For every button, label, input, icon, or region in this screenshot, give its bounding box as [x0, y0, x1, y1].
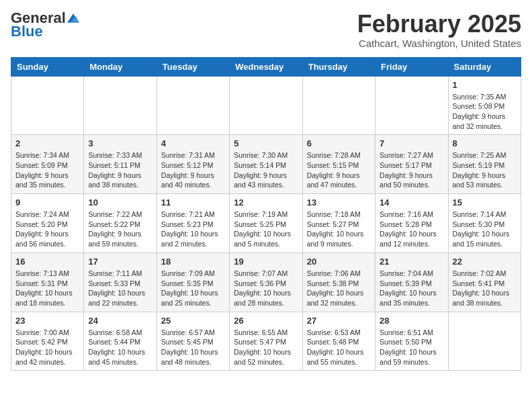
calendar-cell: 10Sunrise: 7:22 AMSunset: 5:22 PMDayligh… [84, 194, 157, 253]
cell-sun-info: Sunrise: 7:34 AMSunset: 5:09 PMDaylight:… [15, 150, 79, 190]
calendar-cell: 3Sunrise: 7:33 AMSunset: 5:11 PMDaylight… [84, 135, 157, 194]
week-row-3: 9Sunrise: 7:24 AMSunset: 5:20 PMDaylight… [11, 194, 521, 253]
weekday-header-sunday: Sunday [11, 57, 84, 76]
day-number: 17 [88, 257, 152, 267]
cell-sun-info: Sunrise: 7:07 AMSunset: 5:36 PMDaylight:… [234, 269, 298, 308]
calendar-cell: 26Sunrise: 6:55 AMSunset: 5:47 PMDayligh… [230, 312, 302, 371]
day-number: 7 [380, 138, 443, 148]
cell-sun-info: Sunrise: 7:21 AMSunset: 5:23 PMDaylight:… [161, 210, 225, 249]
calendar-cell: 23Sunrise: 7:00 AMSunset: 5:42 PMDayligh… [11, 312, 84, 371]
week-row-1: 1Sunrise: 7:35 AMSunset: 5:08 PMDaylight… [11, 76, 521, 135]
cell-sun-info: Sunrise: 6:57 AMSunset: 5:45 PMDaylight:… [161, 328, 225, 367]
cell-sun-info: Sunrise: 6:55 AMSunset: 5:47 PMDaylight:… [234, 328, 298, 367]
calendar-cell [375, 76, 448, 135]
cell-sun-info: Sunrise: 7:04 AMSunset: 5:39 PMDaylight:… [380, 269, 443, 308]
calendar-cell: 15Sunrise: 7:14 AMSunset: 5:30 PMDayligh… [448, 194, 521, 253]
day-number: 25 [161, 316, 225, 326]
day-number: 21 [380, 257, 443, 267]
day-number: 10 [88, 197, 152, 208]
calendar-cell: 27Sunrise: 6:53 AMSunset: 5:48 PMDayligh… [302, 312, 375, 371]
cell-sun-info: Sunrise: 7:25 AMSunset: 5:19 PMDaylight:… [453, 150, 517, 190]
day-number: 2 [15, 138, 79, 148]
cell-sun-info: Sunrise: 7:35 AMSunset: 5:08 PMDaylight:… [453, 92, 517, 132]
calendar-cell: 13Sunrise: 7:18 AMSunset: 5:27 PMDayligh… [302, 194, 375, 253]
week-row-5: 23Sunrise: 7:00 AMSunset: 5:42 PMDayligh… [11, 312, 521, 371]
day-number: 22 [453, 257, 517, 267]
calendar-cell: 11Sunrise: 7:21 AMSunset: 5:23 PMDayligh… [157, 194, 229, 253]
day-number: 5 [234, 138, 298, 148]
calendar-cell: 21Sunrise: 7:04 AMSunset: 5:39 PMDayligh… [375, 253, 448, 312]
day-number: 12 [234, 197, 298, 208]
day-number: 9 [15, 197, 79, 208]
day-number: 28 [380, 316, 443, 326]
calendar-cell: 9Sunrise: 7:24 AMSunset: 5:20 PMDaylight… [11, 194, 84, 253]
calendar-cell: 20Sunrise: 7:06 AMSunset: 5:38 PMDayligh… [302, 253, 375, 312]
cell-sun-info: Sunrise: 7:18 AMSunset: 5:27 PMDaylight:… [307, 210, 371, 249]
cell-sun-info: Sunrise: 7:14 AMSunset: 5:30 PMDaylight:… [453, 210, 517, 249]
weekday-header-tuesday: Tuesday [157, 57, 229, 76]
day-number: 11 [161, 197, 225, 208]
weekday-header-friday: Friday [375, 57, 448, 76]
cell-sun-info: Sunrise: 7:33 AMSunset: 5:11 PMDaylight:… [88, 150, 152, 190]
logo-blue-text: Blue [11, 23, 43, 40]
cell-sun-info: Sunrise: 7:24 AMSunset: 5:20 PMDaylight:… [15, 210, 79, 249]
cell-sun-info: Sunrise: 7:31 AMSunset: 5:12 PMDaylight:… [161, 150, 225, 190]
cell-sun-info: Sunrise: 7:19 AMSunset: 5:25 PMDaylight:… [234, 210, 298, 249]
day-number: 6 [307, 138, 371, 148]
calendar-cell: 12Sunrise: 7:19 AMSunset: 5:25 PMDayligh… [230, 194, 302, 253]
day-number: 23 [15, 316, 79, 326]
day-number: 13 [307, 197, 371, 208]
day-number: 27 [307, 316, 371, 326]
week-row-2: 2Sunrise: 7:34 AMSunset: 5:09 PMDaylight… [11, 135, 521, 194]
weekday-header-wednesday: Wednesday [230, 57, 302, 76]
day-number: 19 [234, 257, 298, 267]
week-row-4: 16Sunrise: 7:13 AMSunset: 5:31 PMDayligh… [11, 253, 521, 312]
cell-sun-info: Sunrise: 7:06 AMSunset: 5:38 PMDaylight:… [307, 269, 371, 308]
calendar-cell [302, 76, 375, 135]
cell-sun-info: Sunrise: 6:58 AMSunset: 5:44 PMDaylight:… [88, 328, 152, 367]
cell-sun-info: Sunrise: 7:13 AMSunset: 5:31 PMDaylight:… [15, 269, 79, 308]
day-number: 16 [15, 257, 79, 267]
calendar-cell: 4Sunrise: 7:31 AMSunset: 5:12 PMDaylight… [157, 135, 229, 194]
calendar-cell [84, 76, 157, 135]
calendar-cell: 28Sunrise: 6:51 AMSunset: 5:50 PMDayligh… [375, 312, 448, 371]
weekday-header-saturday: Saturday [448, 57, 521, 76]
calendar-cell: 7Sunrise: 7:27 AMSunset: 5:17 PMDaylight… [375, 135, 448, 194]
calendar-cell [230, 76, 302, 135]
logo-icon [67, 12, 79, 24]
calendar-cell [11, 76, 84, 135]
calendar-cell: 6Sunrise: 7:28 AMSunset: 5:15 PMDaylight… [302, 135, 375, 194]
month-title: February 2025 [357, 11, 521, 38]
cell-sun-info: Sunrise: 7:30 AMSunset: 5:14 PMDaylight:… [234, 150, 298, 190]
calendar-cell: 17Sunrise: 7:11 AMSunset: 5:33 PMDayligh… [84, 253, 157, 312]
calendar-cell: 25Sunrise: 6:57 AMSunset: 5:45 PMDayligh… [157, 312, 229, 371]
weekday-header-row: SundayMondayTuesdayWednesdayThursdayFrid… [11, 57, 521, 76]
cell-sun-info: Sunrise: 7:27 AMSunset: 5:17 PMDaylight:… [380, 150, 443, 190]
calendar-cell: 22Sunrise: 7:02 AMSunset: 5:41 PMDayligh… [448, 253, 521, 312]
calendar-cell: 1Sunrise: 7:35 AMSunset: 5:08 PMDaylight… [448, 76, 521, 135]
day-number: 1 [453, 80, 517, 90]
cell-sun-info: Sunrise: 7:11 AMSunset: 5:33 PMDaylight:… [88, 269, 152, 308]
day-number: 14 [380, 197, 443, 208]
calendar-cell: 24Sunrise: 6:58 AMSunset: 5:44 PMDayligh… [84, 312, 157, 371]
cell-sun-info: Sunrise: 7:09 AMSunset: 5:35 PMDaylight:… [161, 269, 225, 308]
day-number: 20 [307, 257, 371, 267]
day-number: 4 [161, 138, 225, 148]
logo: General Blue [11, 11, 79, 40]
day-number: 24 [88, 316, 152, 326]
cell-sun-info: Sunrise: 7:00 AMSunset: 5:42 PMDaylight:… [15, 328, 79, 367]
calendar-cell: 19Sunrise: 7:07 AMSunset: 5:36 PMDayligh… [230, 253, 302, 312]
calendar-cell: 8Sunrise: 7:25 AMSunset: 5:19 PMDaylight… [448, 135, 521, 194]
calendar-cell [157, 76, 229, 135]
day-number: 3 [88, 138, 152, 148]
cell-sun-info: Sunrise: 7:28 AMSunset: 5:15 PMDaylight:… [307, 150, 371, 190]
cell-sun-info: Sunrise: 7:22 AMSunset: 5:22 PMDaylight:… [88, 210, 152, 249]
cell-sun-info: Sunrise: 6:53 AMSunset: 5:48 PMDaylight:… [307, 328, 371, 367]
day-number: 15 [453, 197, 517, 208]
title-block: February 2025 Cathcart, Washington, Unit… [357, 11, 521, 49]
calendar-table: SundayMondayTuesdayWednesdayThursdayFrid… [11, 57, 521, 371]
page-header: General Blue February 2025 Cathcart, Was… [11, 11, 521, 49]
cell-sun-info: Sunrise: 6:51 AMSunset: 5:50 PMDaylight:… [380, 328, 443, 367]
calendar-cell: 5Sunrise: 7:30 AMSunset: 5:14 PMDaylight… [230, 135, 302, 194]
calendar-cell [448, 312, 521, 371]
